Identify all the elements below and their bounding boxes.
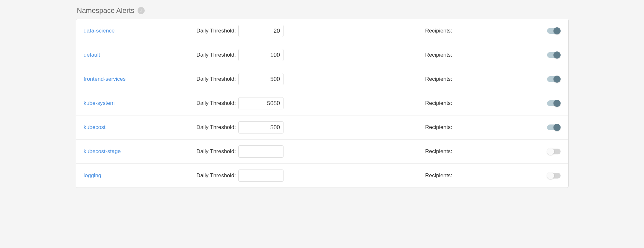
namespace-link[interactable]: kubecost (84, 124, 106, 130)
threshold-cell: Daily Threshold: (197, 49, 287, 61)
threshold-input[interactable] (238, 25, 284, 37)
threshold-label: Daily Threshold: (197, 148, 236, 155)
recipients-cell: Recipients: (425, 124, 541, 131)
enable-toggle[interactable] (547, 124, 561, 130)
table-row: logging Daily Threshold: Recipients: (76, 164, 568, 188)
namespace-cell: logging (84, 172, 197, 179)
table-row: data-science Daily Threshold: Recipients… (76, 19, 568, 43)
alerts-table: data-science Daily Threshold: Recipients… (76, 19, 569, 188)
namespace-link[interactable]: data-science (84, 28, 115, 34)
namespace-cell: kubecost (84, 124, 197, 131)
threshold-label: Daily Threshold: (197, 100, 236, 106)
recipients-label: Recipients: (425, 172, 452, 179)
threshold-input[interactable] (238, 73, 284, 85)
table-row: default Daily Threshold: Recipients: (76, 43, 568, 67)
info-icon[interactable]: i (138, 7, 145, 14)
table-row: kubecost-stage Daily Threshold: Recipien… (76, 140, 568, 164)
threshold-cell: Daily Threshold: (197, 170, 287, 182)
threshold-cell: Daily Threshold: (197, 73, 287, 85)
threshold-cell: Daily Threshold: (197, 97, 287, 109)
threshold-label: Daily Threshold: (197, 124, 236, 131)
panel-title: Namespace Alerts (77, 6, 135, 15)
namespace-link[interactable]: kubecost-stage (84, 148, 121, 154)
namespace-cell: kubecost-stage (84, 148, 197, 155)
threshold-label: Daily Threshold: (197, 28, 236, 34)
table-row: kubecost Daily Threshold: Recipients: (76, 115, 568, 140)
recipients-cell: Recipients: (425, 28, 541, 34)
threshold-input[interactable] (238, 170, 284, 182)
recipients-cell: Recipients: (425, 76, 541, 82)
namespace-alerts-panel: Namespace Alerts i data-science Daily Th… (76, 6, 569, 188)
threshold-input[interactable] (238, 97, 284, 109)
namespace-link[interactable]: frontend-services (84, 76, 126, 82)
namespace-link[interactable]: kube-system (84, 100, 115, 106)
namespace-cell: data-science (84, 28, 197, 34)
panel-header: Namespace Alerts i (76, 6, 569, 15)
namespace-cell: kube-system (84, 100, 197, 106)
enable-toggle[interactable] (547, 28, 561, 34)
enable-toggle[interactable] (547, 76, 561, 82)
recipients-label: Recipients: (425, 124, 452, 130)
threshold-label: Daily Threshold: (197, 76, 236, 82)
threshold-input[interactable] (238, 121, 284, 133)
namespace-cell: frontend-services (84, 76, 197, 82)
threshold-label: Daily Threshold: (197, 52, 236, 58)
enable-toggle[interactable] (547, 173, 561, 179)
threshold-input[interactable] (238, 145, 284, 158)
recipients-cell: Recipients: (425, 148, 541, 155)
table-row: frontend-services Daily Threshold: Recip… (76, 67, 568, 91)
namespace-cell: default (84, 52, 197, 58)
namespace-link[interactable]: logging (84, 172, 101, 179)
namespace-link[interactable]: default (84, 52, 100, 58)
enable-toggle[interactable] (547, 100, 561, 106)
enable-toggle[interactable] (547, 52, 561, 58)
recipients-cell: Recipients: (425, 52, 541, 58)
recipients-label: Recipients: (425, 28, 452, 34)
recipients-label: Recipients: (425, 52, 452, 58)
recipients-label: Recipients: (425, 148, 452, 154)
threshold-cell: Daily Threshold: (197, 121, 287, 133)
threshold-cell: Daily Threshold: (197, 145, 287, 158)
table-row: kube-system Daily Threshold: Recipients: (76, 91, 568, 115)
recipients-label: Recipients: (425, 76, 452, 82)
threshold-label: Daily Threshold: (197, 172, 236, 179)
recipients-cell: Recipients: (425, 100, 541, 106)
recipients-label: Recipients: (425, 100, 452, 106)
enable-toggle[interactable] (547, 149, 561, 154)
recipients-cell: Recipients: (425, 172, 541, 179)
threshold-input[interactable] (238, 49, 284, 61)
threshold-cell: Daily Threshold: (197, 25, 287, 37)
